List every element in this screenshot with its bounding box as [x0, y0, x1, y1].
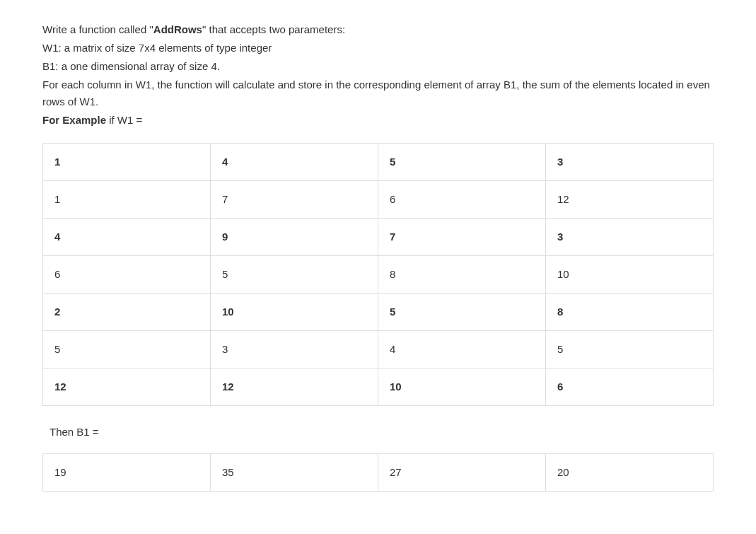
example-label: For Example — [42, 114, 106, 126]
text: if W1 = — [106, 114, 142, 126]
table-cell: 12 — [43, 368, 211, 406]
table-row: 1 7 6 12 — [43, 181, 714, 219]
table-cell: 35 — [211, 454, 378, 492]
table-cell: 3 — [211, 331, 378, 368]
problem-line-5: For Example if W1 = — [42, 112, 714, 129]
table-cell: 6 — [43, 256, 211, 294]
table-cell: 12 — [211, 368, 378, 406]
table-cell: 1 — [43, 181, 211, 219]
table-row: 4 9 7 3 — [43, 219, 714, 256]
text: " that accepts two parameters: — [202, 23, 345, 35]
table-cell: 5 — [546, 331, 714, 368]
matrix-w1-table: 1 4 5 3 1 7 6 12 4 9 7 3 6 5 8 10 2 10 5… — [42, 143, 714, 406]
table-cell: 10 — [546, 256, 714, 294]
table-cell: 4 — [43, 219, 211, 256]
table-row: 2 10 5 8 — [43, 294, 714, 331]
table-cell: 8 — [546, 294, 714, 331]
table-cell: 2 — [43, 294, 211, 331]
text: Write a function called " — [42, 23, 153, 35]
table-cell: 7 — [211, 181, 378, 219]
table-cell: 27 — [378, 454, 546, 492]
table-cell: 19 — [43, 454, 211, 492]
table-cell: 1 — [43, 144, 211, 181]
table-cell: 9 — [211, 219, 378, 256]
table-cell: 20 — [546, 454, 714, 492]
table-cell: 4 — [378, 331, 546, 368]
table-cell: 6 — [378, 181, 546, 219]
table-cell: 10 — [211, 294, 378, 331]
table-cell: 5 — [211, 256, 378, 294]
table-row: 1 4 5 3 — [43, 144, 714, 181]
table-cell: 5 — [378, 144, 546, 181]
table-cell: 5 — [43, 331, 211, 368]
problem-line-3: B1: a one dimensional array of size 4. — [42, 58, 714, 75]
table-cell: 6 — [546, 368, 714, 406]
table-cell: 3 — [546, 144, 714, 181]
table-cell: 10 — [378, 368, 546, 406]
table-row: 5 3 4 5 — [43, 331, 714, 368]
problem-statement: Write a function called "AddRows" that a… — [42, 21, 714, 129]
table-cell: 4 — [211, 144, 378, 181]
table-cell: 8 — [378, 256, 546, 294]
function-name: AddRows — [153, 23, 202, 35]
table-row: 12 12 10 6 — [43, 368, 714, 406]
table-cell: 5 — [378, 294, 546, 331]
problem-line-2: W1: a matrix of size 7x4 elements of typ… — [42, 40, 714, 57]
table-row: 19 35 27 20 — [43, 454, 714, 492]
then-label: Then B1 = — [42, 424, 714, 441]
problem-line-1: Write a function called "AddRows" that a… — [42, 21, 714, 38]
table-cell: 12 — [546, 181, 714, 219]
table-row: 6 5 8 10 — [43, 256, 714, 294]
problem-line-4: For each column in W1, the function will… — [42, 76, 714, 110]
table-cell: 7 — [378, 219, 546, 256]
array-b1-table: 19 35 27 20 — [42, 453, 714, 492]
table-cell: 3 — [546, 219, 714, 256]
